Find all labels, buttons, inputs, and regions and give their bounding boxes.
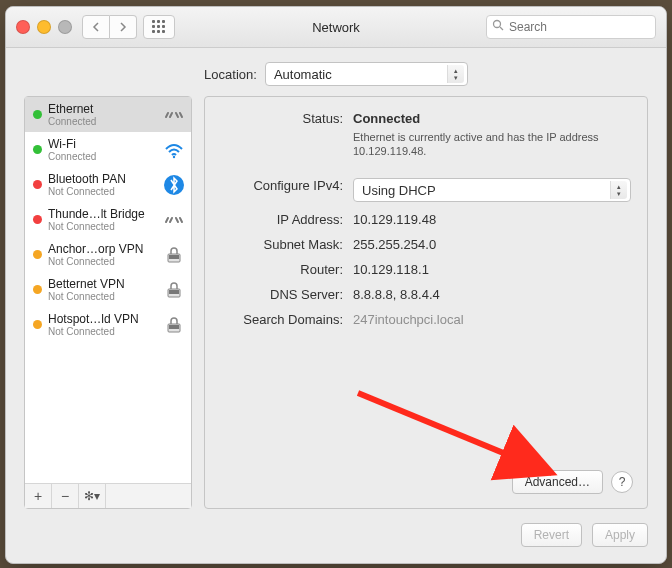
- status-dot-icon: [33, 110, 42, 119]
- details-panel: Status: Connected Ethernet is currently …: [204, 96, 648, 509]
- close-window-button[interactable]: [16, 20, 30, 34]
- service-status: Not Connected: [48, 291, 157, 302]
- status-dot-icon: [33, 180, 42, 189]
- service-status: Connected: [48, 116, 157, 127]
- chevron-left-icon: [92, 22, 100, 32]
- chevron-right-icon: [119, 22, 127, 32]
- footer: Revert Apply: [6, 523, 666, 563]
- nav-buttons: [82, 15, 137, 39]
- service-status: Not Connected: [48, 256, 157, 267]
- ethernet-icon: [163, 104, 185, 126]
- service-item-wifi[interactable]: Wi-Fi Connected: [25, 132, 191, 167]
- status-dot-icon: [33, 145, 42, 154]
- minimize-window-button[interactable]: [37, 20, 51, 34]
- service-item-thunderbolt-bridge[interactable]: Thunde…lt Bridge Not Connected: [25, 202, 191, 237]
- service-name: Ethernet: [48, 102, 157, 116]
- status-dot-icon: [33, 285, 42, 294]
- advanced-button[interactable]: Advanced…: [512, 470, 603, 494]
- search-domains-label: Search Domains:: [215, 312, 353, 327]
- service-item-betternet-vpn[interactable]: Betternet VPN Not Connected: [25, 272, 191, 307]
- service-status: Not Connected: [48, 326, 157, 337]
- location-value: Automatic: [274, 67, 332, 82]
- search-wrap: [486, 15, 656, 39]
- status-note: Ethernet is currently active and has the…: [353, 130, 631, 158]
- network-preferences-window: Network Location: Automatic ▴▾ Ethernet: [5, 6, 667, 564]
- configure-ipv4-select[interactable]: Using DHCP ▴▾: [353, 178, 631, 202]
- service-name: Anchor…orp VPN: [48, 242, 157, 256]
- ethernet-icon: [163, 209, 185, 231]
- wifi-icon: [163, 139, 185, 161]
- status-value: Connected: [353, 111, 420, 126]
- svg-point-0: [494, 21, 501, 28]
- service-status: Not Connected: [48, 186, 157, 197]
- vpn-lock-icon: [163, 279, 185, 301]
- updown-icon: ▴▾: [447, 65, 464, 83]
- help-button[interactable]: ?: [611, 471, 633, 493]
- service-actions-button[interactable]: ✻▾: [79, 484, 106, 508]
- status-dot-icon: [33, 250, 42, 259]
- configure-row: Configure IPv4: Using DHCP ▴▾: [215, 178, 631, 202]
- forward-button[interactable]: [110, 15, 137, 39]
- service-item-hotspot-vpn[interactable]: Hotspot…ld VPN Not Connected: [25, 307, 191, 342]
- content: Ethernet Connected Wi-Fi Connected: [6, 96, 666, 523]
- apply-button[interactable]: Apply: [592, 523, 648, 547]
- status-dot-icon: [33, 215, 42, 224]
- bluetooth-icon: [163, 174, 185, 196]
- revert-button[interactable]: Revert: [521, 523, 582, 547]
- svg-line-1: [500, 27, 503, 30]
- service-item-bluetooth-pan[interactable]: Bluetooth PAN Not Connected: [25, 167, 191, 202]
- ip-value: 10.129.119.48: [353, 212, 631, 227]
- gear-icon: ✻▾: [84, 489, 100, 503]
- location-row: Location: Automatic ▴▾: [6, 48, 666, 96]
- vpn-lock-icon: [163, 314, 185, 336]
- service-status: Not Connected: [48, 221, 157, 232]
- search-domains-value: 247intouchpci.local: [353, 312, 631, 327]
- add-service-button[interactable]: +: [25, 484, 52, 508]
- search-domains-row: Search Domains: 247intouchpci.local: [215, 312, 631, 327]
- service-name: Hotspot…ld VPN: [48, 312, 157, 326]
- service-item-anchor-vpn[interactable]: Anchor…orp VPN Not Connected: [25, 237, 191, 272]
- vpn-lock-icon: [163, 244, 185, 266]
- router-label: Router:: [215, 262, 353, 277]
- status-row: Status: Connected Ethernet is currently …: [215, 111, 631, 158]
- subnet-label: Subnet Mask:: [215, 237, 353, 252]
- updown-icon: ▴▾: [610, 181, 627, 199]
- service-name: Bluetooth PAN: [48, 172, 157, 186]
- ip-label: IP Address:: [215, 212, 353, 227]
- back-button[interactable]: [82, 15, 110, 39]
- window-controls: [16, 20, 72, 34]
- location-select[interactable]: Automatic ▴▾: [265, 62, 468, 86]
- status-dot-icon: [33, 320, 42, 329]
- configure-label: Configure IPv4:: [215, 178, 353, 202]
- dns-value: 8.8.8.8, 8.8.4.4: [353, 287, 631, 302]
- service-name: Thunde…lt Bridge: [48, 207, 157, 221]
- status-label: Status:: [215, 111, 353, 158]
- titlebar: Network: [6, 7, 666, 48]
- ip-row: IP Address: 10.129.119.48: [215, 212, 631, 227]
- sidebar-toolbar: + − ✻▾: [25, 483, 191, 508]
- service-sidebar: Ethernet Connected Wi-Fi Connected: [24, 96, 192, 509]
- svg-point-2: [173, 155, 175, 157]
- router-value: 10.129.118.1: [353, 262, 631, 277]
- service-name: Betternet VPN: [48, 277, 157, 291]
- service-item-ethernet[interactable]: Ethernet Connected: [25, 97, 191, 132]
- dns-row: DNS Server: 8.8.8.8, 8.8.4.4: [215, 287, 631, 302]
- location-label: Location:: [204, 67, 257, 82]
- router-row: Router: 10.129.118.1: [215, 262, 631, 277]
- advanced-row: Advanced… ?: [512, 470, 633, 494]
- service-list: Ethernet Connected Wi-Fi Connected: [25, 97, 191, 483]
- service-name: Wi-Fi: [48, 137, 157, 151]
- configure-value: Using DHCP: [362, 183, 436, 198]
- show-all-button[interactable]: [143, 15, 175, 39]
- grid-icon: [152, 20, 166, 34]
- subnet-row: Subnet Mask: 255.255.254.0: [215, 237, 631, 252]
- zoom-window-button[interactable]: [58, 20, 72, 34]
- subnet-value: 255.255.254.0: [353, 237, 631, 252]
- search-icon: [492, 19, 504, 34]
- dns-label: DNS Server:: [215, 287, 353, 302]
- remove-service-button[interactable]: −: [52, 484, 79, 508]
- service-status: Connected: [48, 151, 157, 162]
- search-input[interactable]: [486, 15, 656, 39]
